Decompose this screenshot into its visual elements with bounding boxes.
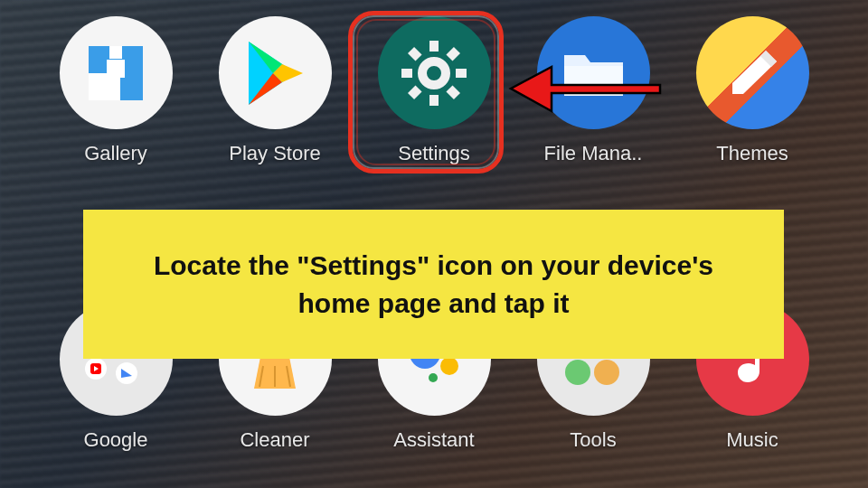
svg-point-31 <box>565 360 590 385</box>
gallery-icon <box>60 16 173 129</box>
app-gallery[interactable]: Gallery <box>39 16 193 165</box>
app-themes[interactable]: Themes <box>675 16 829 165</box>
svg-rect-12 <box>446 85 460 99</box>
svg-point-32 <box>594 360 619 385</box>
svg-rect-3 <box>109 46 122 59</box>
svg-point-4 <box>422 61 446 85</box>
app-label: File Mana.. <box>544 142 643 165</box>
app-play-store[interactable]: Play Store <box>198 16 352 165</box>
app-label: Play Store <box>229 142 321 165</box>
app-label: Google <box>84 428 148 452</box>
app-settings[interactable]: Settings <box>357 16 511 165</box>
svg-point-27 <box>440 357 458 375</box>
app-label: Music <box>726 428 778 452</box>
app-row-1: Gallery Play Store <box>0 16 868 165</box>
app-file-manager[interactable]: File Mana.. <box>516 16 670 165</box>
svg-rect-2 <box>107 60 125 78</box>
app-label: Settings <box>398 142 470 165</box>
svg-rect-6 <box>429 95 439 106</box>
app-label: Cleaner <box>240 428 309 452</box>
instruction-banner: Locate the "Settings" icon on your devic… <box>83 210 784 359</box>
svg-rect-7 <box>401 69 412 78</box>
app-label: Tools <box>570 428 616 452</box>
file-manager-icon <box>537 16 650 129</box>
app-label: Gallery <box>84 142 147 165</box>
svg-rect-5 <box>429 41 439 52</box>
svg-rect-8 <box>456 69 467 78</box>
app-label: Themes <box>716 142 788 165</box>
settings-icon <box>378 16 491 129</box>
instruction-text: Locate the "Settings" icon on your devic… <box>119 247 748 323</box>
svg-rect-9 <box>446 47 460 61</box>
svg-rect-13 <box>564 66 623 96</box>
svg-point-28 <box>429 373 438 382</box>
svg-rect-11 <box>408 47 422 61</box>
themes-icon <box>696 16 809 129</box>
svg-rect-10 <box>408 85 422 99</box>
play-store-icon <box>219 16 332 129</box>
app-label: Assistant <box>393 428 474 452</box>
